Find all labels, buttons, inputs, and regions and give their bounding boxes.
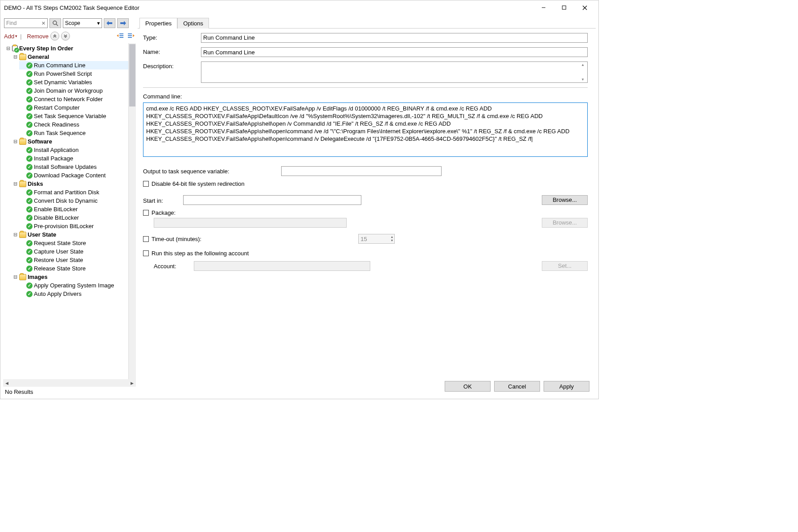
svg-marker-17 <box>133 34 135 37</box>
expander-icon[interactable]: ⊟ <box>13 137 18 146</box>
check-icon: ✓ <box>26 291 33 297</box>
indent-button[interactable] <box>127 32 135 40</box>
folder-icon <box>19 181 26 187</box>
apply-button[interactable]: Apply <box>544 381 589 392</box>
scope-dropdown[interactable]: Scope ▾ <box>63 18 102 28</box>
tree-item[interactable]: ✓ Download Package Content <box>19 171 128 180</box>
tree-item[interactable]: ⊟ Software <box>12 137 128 146</box>
tree-item[interactable]: ✓ Check Readiness <box>19 120 128 129</box>
tree-label: Set Dynamic Variables <box>34 78 92 86</box>
scrollbar-thumb[interactable] <box>129 44 135 106</box>
tree-item[interactable]: ✓ Apply Operating System Image <box>19 281 128 290</box>
disable-64bit-checkbox[interactable] <box>143 181 149 187</box>
tree-item[interactable]: ✓ Join Domain or Workgroup <box>19 86 128 95</box>
check-icon: ✓ <box>26 71 33 77</box>
check-icon: ✓ <box>26 105 33 111</box>
tree-item[interactable]: ⊟ User State <box>12 230 128 239</box>
search-button[interactable] <box>49 18 61 28</box>
runas-checkbox[interactable] <box>143 250 149 256</box>
tree-item[interactable]: ✓ Request State Store <box>19 239 128 247</box>
cancel-button[interactable]: Cancel <box>494 381 540 392</box>
check-icon: ✓ <box>26 130 33 136</box>
add-menu[interactable]: Add ▾ <box>4 33 17 40</box>
tree-item[interactable]: ✓ Connect to Network Folder <box>19 95 128 103</box>
minimize-button[interactable] <box>533 1 554 14</box>
svg-rect-16 <box>128 37 132 38</box>
check-icon: ✓ <box>26 206 33 213</box>
tree-item[interactable]: ✓ Restore User State <box>19 256 128 264</box>
package-checkbox[interactable] <box>143 210 149 216</box>
tree-label: Run PowerShell Script <box>34 70 92 78</box>
outdent-button[interactable] <box>116 32 124 40</box>
tree-item[interactable]: ✓ Disable BitLocker <box>19 213 128 222</box>
tree-item[interactable]: ✓ Set Dynamic Variables <box>19 78 128 86</box>
expander-icon[interactable]: ⊟ <box>13 273 18 281</box>
properties-form: Type: Run Command Line Name: Description… <box>138 29 596 376</box>
description-field[interactable]: ▲ ▼ <box>201 61 588 83</box>
commandline-field[interactable] <box>143 102 588 157</box>
tab-options[interactable]: Options <box>177 18 209 29</box>
startin-browse-button[interactable]: Browse... <box>542 195 588 205</box>
tree-item[interactable]: ✓ Run Task Sequence <box>19 129 128 137</box>
tree-item[interactable]: ✓ Enable BitLocker <box>19 205 128 213</box>
output-var-field[interactable] <box>281 166 442 176</box>
nav-forward-button[interactable] <box>117 18 129 28</box>
expander-icon[interactable]: ⊟ <box>13 180 18 188</box>
tree-item[interactable]: ✓ Install Software Updates <box>19 163 128 171</box>
spin-down-icon[interactable]: ▼ <box>390 239 393 242</box>
task-sequence-tree[interactable]: ⊟ Every Step In Order ⊟ General ✓ Run Co… <box>3 43 128 379</box>
tree-vertical-scrollbar[interactable] <box>128 43 136 379</box>
expander-icon[interactable]: ⊟ <box>13 53 18 61</box>
tree-item[interactable]: ✓ Release State Store <box>19 264 128 273</box>
timeout-checkbox[interactable] <box>143 236 149 242</box>
scroll-down-icon[interactable]: ▼ <box>581 78 586 82</box>
tab-properties[interactable]: Properties <box>139 18 177 29</box>
tree-item[interactable]: ✓ Run PowerShell Script <box>19 70 128 78</box>
check-icon: ✓ <box>26 113 33 119</box>
tree-label: Connect to Network Folder <box>34 95 103 103</box>
tree-label: Run Task Sequence <box>34 129 86 137</box>
scroll-left-icon[interactable]: ◀ <box>3 381 11 385</box>
find-toolbar: Find ✕ Scope ▾ <box>3 17 136 31</box>
tree-item[interactable]: ✓ Convert Disk to Dynamic <box>19 196 128 205</box>
tree-item[interactable]: ✓ Pre-provision BitLocker <box>19 222 128 230</box>
scroll-right-icon[interactable]: ▶ <box>128 381 136 385</box>
maximize-button[interactable] <box>554 1 574 14</box>
tree-item[interactable]: ✓ Capture User State <box>19 247 128 256</box>
spin-up-icon[interactable]: ▲ <box>390 235 393 239</box>
remove-button[interactable]: Remove <box>27 33 49 40</box>
tree-item[interactable]: ⊟ General <box>12 53 128 61</box>
name-field[interactable] <box>201 47 588 57</box>
clear-find-icon[interactable]: ✕ <box>41 20 45 26</box>
scroll-up-icon[interactable]: ▲ <box>581 63 586 67</box>
package-label: Package: <box>151 209 176 216</box>
startin-field[interactable] <box>183 195 361 205</box>
move-up-button[interactable] <box>50 32 59 41</box>
folder-icon <box>12 45 18 51</box>
tree-item[interactable]: ✓ Set Task Sequence Variable <box>19 112 128 120</box>
tree-item[interactable]: ✓ Format and Partition Disk <box>19 188 128 196</box>
tree-horizontal-scrollbar[interactable]: ◀ ▶ <box>3 379 136 387</box>
tree-item[interactable]: ✓ Auto Apply Drivers <box>19 290 128 298</box>
tree-item[interactable]: ✓ Install Package <box>19 154 128 163</box>
tree-label: Apply Operating System Image <box>34 281 114 290</box>
tree-item[interactable]: ⊟ Disks <box>12 180 128 188</box>
move-down-button[interactable] <box>61 32 70 41</box>
outdent-icon <box>117 33 124 39</box>
account-label: Account: <box>154 263 194 270</box>
tree-item[interactable]: ✓ Restart Computer <box>19 103 128 112</box>
tree-item[interactable]: ⊟ Every Step In Order <box>5 44 128 53</box>
check-icon: ✓ <box>26 122 33 128</box>
nav-back-button[interactable] <box>104 18 115 28</box>
tree-item[interactable]: ⊟ Images <box>12 273 128 281</box>
ok-button[interactable]: OK <box>445 381 491 392</box>
svg-rect-10 <box>119 33 123 34</box>
window-title: DEMO - All TS Steps CM2002 Task Sequence… <box>4 4 533 11</box>
tree-item[interactable]: ✓ Run Command Line <box>19 61 128 70</box>
expander-icon[interactable]: ⊟ <box>13 230 18 239</box>
type-field: Run Command Line <box>201 33 588 43</box>
expander-icon[interactable]: ⊟ <box>6 44 11 53</box>
close-button[interactable] <box>574 1 595 14</box>
tree-item[interactable]: ✓ Install Application <box>19 146 128 154</box>
find-input[interactable]: Find ✕ <box>4 18 48 28</box>
